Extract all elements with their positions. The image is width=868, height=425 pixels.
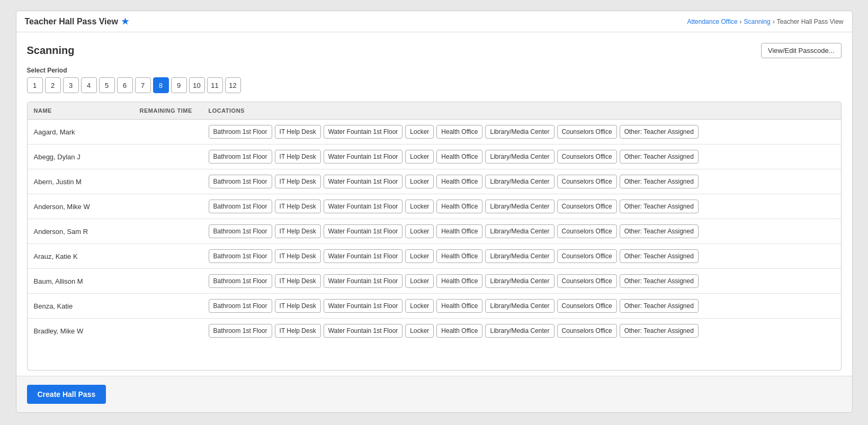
location-button[interactable]: Water Fountain 1st Floor [324, 150, 403, 164]
location-button[interactable]: Library/Media Center [485, 175, 554, 188]
locations-cell: Bathroom 1st FloorIT Help DeskWater Foun… [202, 120, 841, 144]
location-button[interactable]: IT Help Desk [275, 125, 321, 139]
table-row: Anderson, Sam RBathroom 1st FloorIT Help… [28, 219, 841, 244]
location-button[interactable]: IT Help Desk [275, 324, 321, 338]
student-name: Arauz, Katie K [34, 252, 78, 260]
location-button[interactable]: Health Office [436, 324, 482, 338]
location-button[interactable]: Water Fountain 1st Floor [324, 324, 403, 338]
create-hall-pass-button[interactable]: Create Hall Pass [27, 385, 106, 404]
location-button[interactable]: Locker [405, 150, 434, 164]
location-button[interactable]: Locker [405, 175, 434, 188]
location-button[interactable]: Locker [405, 125, 434, 139]
location-button[interactable]: Water Fountain 1st Floor [324, 299, 403, 313]
location-button[interactable]: Bathroom 1st Floor [209, 150, 272, 164]
period-btn-7[interactable]: 7 [135, 77, 151, 93]
breadcrumb-item-1[interactable]: Attendance Office [687, 18, 737, 25]
location-button[interactable]: Health Office [436, 224, 482, 238]
view-edit-passcode-button[interactable]: View/Edit Passcode... [761, 43, 842, 58]
period-btn-12[interactable]: 12 [225, 77, 241, 93]
location-button[interactable]: Counselors Office [557, 224, 617, 238]
period-btn-8[interactable]: 8 [153, 77, 169, 93]
location-button[interactable]: Counselors Office [557, 175, 617, 188]
location-button[interactable]: IT Help Desk [275, 274, 321, 288]
location-button[interactable]: Library/Media Center [485, 249, 554, 263]
location-button[interactable]: Locker [405, 299, 434, 313]
period-btn-10[interactable]: 10 [189, 77, 205, 93]
period-btn-5[interactable]: 5 [99, 77, 115, 93]
location-button[interactable]: Counselors Office [557, 150, 617, 164]
students-table-container: NAME REMAINING TIME LOCATIONS Aagard, Ma… [27, 102, 842, 370]
col-header-remaining: REMAINING TIME [133, 102, 202, 120]
location-button[interactable]: Other: Teacher Assigned [620, 125, 699, 139]
location-button[interactable]: Bathroom 1st Floor [209, 249, 272, 263]
location-button[interactable]: Other: Teacher Assigned [620, 324, 699, 338]
location-button[interactable]: Health Office [436, 175, 482, 188]
location-button[interactable]: Locker [405, 249, 434, 263]
location-button[interactable]: Water Fountain 1st Floor [324, 274, 403, 288]
location-button[interactable]: Library/Media Center [485, 125, 554, 139]
location-button[interactable]: Bathroom 1st Floor [209, 299, 272, 313]
location-button[interactable]: Health Office [436, 274, 482, 288]
location-button[interactable]: Health Office [436, 249, 482, 263]
location-button[interactable]: Bathroom 1st Floor [209, 324, 272, 338]
location-button[interactable]: IT Help Desk [275, 175, 321, 188]
students-table: NAME REMAINING TIME LOCATIONS Aagard, Ma… [28, 102, 841, 343]
location-button[interactable]: Other: Teacher Assigned [620, 175, 699, 188]
location-button[interactable]: Locker [405, 200, 434, 213]
location-button[interactable]: IT Help Desk [275, 299, 321, 313]
table-header-row: NAME REMAINING TIME LOCATIONS [28, 102, 841, 120]
student-name-cell: Anderson, Mike W [28, 194, 133, 219]
location-button[interactable]: Health Office [436, 200, 482, 213]
location-button[interactable]: Water Fountain 1st Floor [324, 249, 403, 263]
location-button[interactable]: Other: Teacher Assigned [620, 249, 699, 263]
period-btn-1[interactable]: 1 [27, 77, 43, 93]
location-button[interactable]: Health Office [436, 299, 482, 313]
location-button[interactable]: IT Help Desk [275, 150, 321, 164]
period-btn-6[interactable]: 6 [117, 77, 133, 93]
location-button[interactable]: Counselors Office [557, 249, 617, 263]
location-button[interactable]: Bathroom 1st Floor [209, 125, 272, 139]
period-btn-3[interactable]: 3 [63, 77, 79, 93]
location-button[interactable]: Water Fountain 1st Floor [324, 125, 403, 139]
location-button[interactable]: Library/Media Center [485, 200, 554, 213]
location-button[interactable]: Bathroom 1st Floor [209, 224, 272, 238]
location-button[interactable]: Counselors Office [557, 200, 617, 213]
location-button[interactable]: Other: Teacher Assigned [620, 224, 699, 238]
location-button[interactable]: Water Fountain 1st Floor [324, 175, 403, 188]
location-button[interactable]: Bathroom 1st Floor [209, 200, 272, 213]
location-button[interactable]: Counselors Office [557, 324, 617, 338]
location-button[interactable]: Library/Media Center [485, 274, 554, 288]
location-button[interactable]: IT Help Desk [275, 224, 321, 238]
location-button[interactable]: Water Fountain 1st Floor [324, 224, 403, 238]
location-button[interactable]: Other: Teacher Assigned [620, 299, 699, 313]
location-button[interactable]: Counselors Office [557, 299, 617, 313]
location-button[interactable]: IT Help Desk [275, 249, 321, 263]
location-button[interactable]: Library/Media Center [485, 299, 554, 313]
location-button[interactable]: Library/Media Center [485, 150, 554, 164]
student-name-cell: Bradley, Mike W [28, 319, 133, 343]
location-button[interactable]: Water Fountain 1st Floor [324, 200, 403, 213]
period-btn-4[interactable]: 4 [81, 77, 97, 93]
location-button[interactable]: Locker [405, 324, 434, 338]
location-button[interactable]: Health Office [436, 150, 482, 164]
location-button[interactable]: IT Help Desk [275, 200, 321, 213]
location-button[interactable]: Locker [405, 274, 434, 288]
location-button[interactable]: Other: Teacher Assigned [620, 150, 699, 164]
breadcrumb-item-2[interactable]: Scanning [744, 18, 771, 25]
student-name: Bradley, Mike W [34, 327, 84, 335]
location-button[interactable]: Library/Media Center [485, 324, 554, 338]
location-button[interactable]: Library/Media Center [485, 224, 554, 238]
period-btn-2[interactable]: 2 [45, 77, 61, 93]
period-btn-9[interactable]: 9 [171, 77, 187, 93]
location-button[interactable]: Bathroom 1st Floor [209, 175, 272, 188]
location-button[interactable]: Other: Teacher Assigned [620, 274, 699, 288]
location-button[interactable]: Counselors Office [557, 125, 617, 139]
location-button[interactable]: Locker [405, 224, 434, 238]
location-button[interactable]: Bathroom 1st Floor [209, 274, 272, 288]
period-btn-11[interactable]: 11 [207, 77, 223, 93]
locations-cell: Bathroom 1st FloorIT Help DeskWater Foun… [202, 244, 841, 269]
student-name-cell: Benza, Katie [28, 294, 133, 319]
location-button[interactable]: Health Office [436, 125, 482, 139]
location-button[interactable]: Other: Teacher Assigned [620, 200, 699, 213]
location-button[interactable]: Counselors Office [557, 274, 617, 288]
